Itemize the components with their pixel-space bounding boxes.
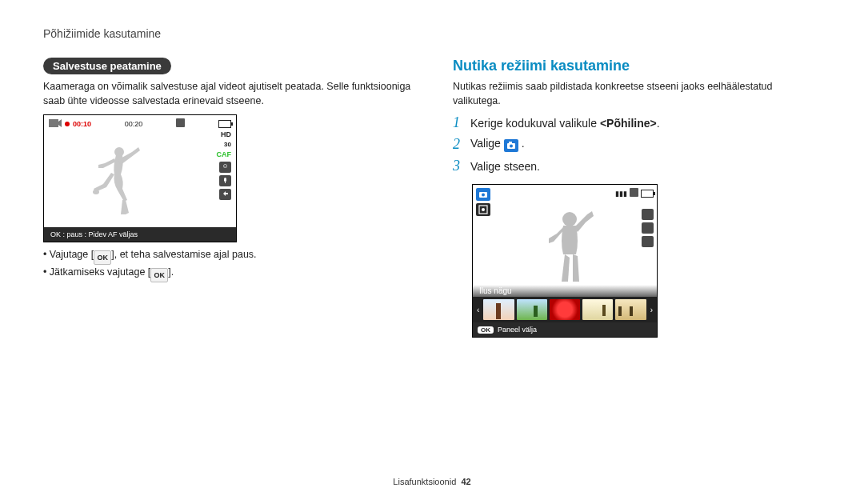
scene-thumb[interactable] xyxy=(582,299,613,320)
svg-rect-2 xyxy=(176,118,185,127)
rec-footer-bar: OK : paus : Pidev AF väljas xyxy=(44,227,236,242)
face-icon xyxy=(642,209,654,220)
svg-point-8 xyxy=(510,145,513,148)
battery-icon xyxy=(218,120,231,128)
scene-thumb[interactable] xyxy=(517,299,547,320)
bullet-text: ]. xyxy=(168,266,174,278)
svg-rect-0 xyxy=(49,119,58,127)
list-item: Jätkamiseks vajutage [OK]. xyxy=(43,266,411,282)
strip-right-arrow[interactable]: › xyxy=(649,306,654,314)
ok-key-icon: OK xyxy=(150,268,168,282)
bullet-text: Vajutage [ xyxy=(50,249,94,260)
eye-icon xyxy=(642,222,654,234)
bullet-text: Jätkamiseks vajutage [ xyxy=(50,266,150,278)
caf-label: CAF xyxy=(217,151,232,159)
footer-section: Lisafunktsioonid xyxy=(393,477,456,486)
section-title: Nutika režiimi kasutamine xyxy=(453,58,821,74)
svg-point-6 xyxy=(93,190,99,194)
face-icon: ☺ xyxy=(219,162,231,173)
right-intro: Nutikas režiimis saab pildistada konkree… xyxy=(453,79,821,108)
battery-icon xyxy=(641,190,654,198)
mode-badge-icon xyxy=(476,188,490,201)
bullet-text: ], et teha salvestamise ajal paus. xyxy=(111,249,256,260)
scene-label: Ilus nägu xyxy=(473,285,657,297)
svg-rect-3 xyxy=(224,178,226,182)
child-silhouette xyxy=(541,210,597,289)
right-column: Nutika režiimi kasutamine Nutikas režiim… xyxy=(453,58,821,338)
step-text: Kerige kodukuval valikule xyxy=(470,117,600,130)
smart-mode-icon xyxy=(504,139,518,152)
focus-frame-icon xyxy=(476,203,490,216)
svg-point-13 xyxy=(482,208,485,211)
ok-key-icon: OK xyxy=(94,250,111,265)
scene-thumb[interactable] xyxy=(483,299,514,320)
mic-icon xyxy=(219,175,231,186)
left-intro: Kaameraga on võimalik salvestuse ajal vi… xyxy=(43,79,411,108)
sd-icon xyxy=(630,188,638,198)
step-item: 1 Kerige kodukuval valikule <Põhiline>. xyxy=(453,114,821,131)
stabilizer-icon xyxy=(219,189,231,200)
svg-rect-14 xyxy=(630,188,638,197)
movie-mode-icon xyxy=(49,119,62,129)
page-footer: Lisafunktsioonid 42 xyxy=(0,477,864,486)
rec-footer-text: OK : paus : Pidev AF väljas xyxy=(50,230,138,238)
sd-icon xyxy=(176,118,185,129)
step-item: 2 Valige . xyxy=(453,136,821,153)
step-text: Valige xyxy=(470,137,504,150)
rec-elapsed: 00:10 xyxy=(73,120,91,128)
recording-preview: 00:10 00:20 HD 30 CAF ☺ xyxy=(43,114,237,242)
smart-mode-preview: ▮▮▮ xyxy=(472,184,658,338)
signal-icon: ▮▮▮ xyxy=(615,190,627,198)
rec-remaining: 00:20 xyxy=(125,120,143,128)
svg-rect-4 xyxy=(225,182,226,183)
scene-thumbnail-strip: ‹ › xyxy=(473,297,657,322)
step-text: . xyxy=(522,137,525,150)
scene-thumb[interactable] xyxy=(615,299,646,320)
list-item: Vajutage [OK], et teha salvestamise ajal… xyxy=(43,249,411,265)
ok-badge: OK xyxy=(478,326,494,334)
fps-label: 30 xyxy=(217,142,232,149)
dancer-silhouette xyxy=(89,144,145,219)
step-number: 1 xyxy=(453,114,470,131)
footer-page-number: 42 xyxy=(461,477,470,486)
scene-thumb[interactable] xyxy=(550,299,580,320)
svg-point-15 xyxy=(562,212,577,226)
subsection-pill: Salvestuse peatamine xyxy=(43,58,171,74)
left-column: Salvestuse peatamine Kaameraga on võimal… xyxy=(43,58,411,338)
step-item: 3 Valige stseen. xyxy=(453,158,821,174)
strip-left-arrow[interactable]: ‹ xyxy=(475,306,481,314)
svg-rect-9 xyxy=(509,142,512,143)
step-text: . xyxy=(657,117,660,130)
record-dot-icon xyxy=(65,122,70,126)
step-text: Valige stseen. xyxy=(470,160,540,173)
smart-footer-bar: OK Paneel välja xyxy=(473,322,657,337)
smart-footer-text: Paneel välja xyxy=(498,326,537,334)
step-bold: <Põhiline> xyxy=(600,117,657,130)
svg-point-11 xyxy=(482,194,485,197)
hd-label: HD xyxy=(217,131,232,139)
svg-marker-1 xyxy=(58,119,62,127)
running-head: Põhižiimide kasutamine xyxy=(43,27,821,40)
flower-icon xyxy=(642,236,654,247)
step-number: 3 xyxy=(453,158,470,174)
step-number: 2 xyxy=(453,136,470,153)
